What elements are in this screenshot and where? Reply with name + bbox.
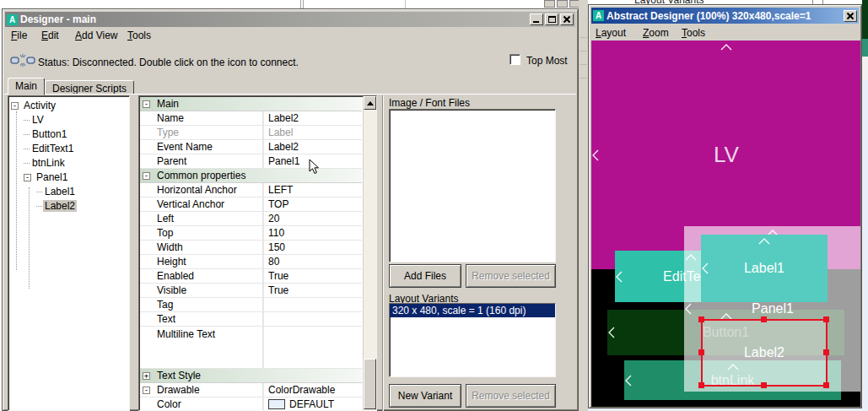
property-value[interactable] xyxy=(263,298,362,311)
tree-connector xyxy=(24,134,30,135)
selection-handle[interactable] xyxy=(823,316,829,322)
property-row-common-properties[interactable]: -Common properties xyxy=(140,169,362,183)
property-value[interactable]: DEFAULT xyxy=(263,397,362,411)
property-row-tag[interactable]: Tag xyxy=(140,298,362,312)
property-row-color[interactable]: ColorDEFAULT xyxy=(140,397,362,411)
menu-zoom[interactable]: Zoom xyxy=(643,27,669,39)
tree-item-btnlink[interactable]: btnLink xyxy=(24,156,67,170)
tab-designer-scripts[interactable]: Designer Scripts xyxy=(45,80,134,95)
property-value[interactable]: Label2 xyxy=(263,111,362,125)
property-row-vertical-anchor[interactable]: Vertical AnchorTOP xyxy=(140,197,362,212)
canvas-element-label1[interactable]: Label1 xyxy=(701,235,828,302)
menu-layout[interactable]: Layout xyxy=(596,27,626,39)
property-value[interactable]: True xyxy=(263,284,362,297)
scroll-thumb[interactable] xyxy=(364,359,376,409)
property-value[interactable]: True xyxy=(263,269,362,283)
tree-item-button1[interactable]: Button1 xyxy=(24,127,68,141)
new-variant-button[interactable]: New Variant xyxy=(389,384,461,408)
designer-titlebar[interactable]: A Designer - main xyxy=(5,12,575,27)
scroll-up-button[interactable] xyxy=(364,96,376,110)
property-row-visible[interactable]: VisibleTrue xyxy=(140,284,362,298)
property-value[interactable]: Label2 xyxy=(263,140,362,154)
property-row-parent[interactable]: ParentPanel1 xyxy=(140,154,362,169)
property-row-drawable[interactable]: -DrawableColorDrawable xyxy=(140,383,362,397)
menu-tools[interactable]: Tools xyxy=(127,30,151,41)
layout-canvas[interactable]: LVEditText1Button1btnLinkPanel1Label1Lab… xyxy=(591,41,860,407)
property-row-top[interactable]: Top110 xyxy=(140,226,362,241)
property-row-type[interactable]: TypeLabel xyxy=(140,126,362,140)
property-row-name[interactable]: NameLabel2 xyxy=(140,111,362,126)
property-value[interactable]: Label xyxy=(263,126,362,139)
property-row-horizontal-anchor[interactable]: Horizontal AnchorLEFT xyxy=(140,183,362,197)
property-expander-icon[interactable]: - xyxy=(143,100,150,108)
files-listbox[interactable] xyxy=(389,109,556,262)
property-value[interactable]: 110 xyxy=(263,226,362,240)
property-expander-icon[interactable]: + xyxy=(143,372,150,380)
menu-file[interactable]: File xyxy=(11,30,27,41)
tree-item-label2[interactable]: Label2 xyxy=(36,199,77,213)
minimize-button[interactable] xyxy=(530,14,543,25)
remove-files-button[interactable]: Remove selected xyxy=(466,264,556,288)
property-row-left[interactable]: Left20 xyxy=(140,212,362,226)
bg-grid-line xyxy=(303,0,304,8)
property-row-width[interactable]: Width150 xyxy=(140,241,362,255)
tree-item-lv[interactable]: LV xyxy=(24,113,46,127)
background-right-strip xyxy=(862,0,868,411)
tree-expander-icon[interactable]: - xyxy=(24,174,31,181)
remove-variant-button[interactable]: Remove selected xyxy=(466,384,556,408)
selection-handle[interactable] xyxy=(823,349,829,355)
abstract-titlebar[interactable]: A Abstract Designer (100%) 320x480,scale… xyxy=(591,8,859,24)
property-grid-scrollbar[interactable] xyxy=(363,96,376,410)
menu-add-view[interactable]: Add View xyxy=(75,30,118,41)
selection-handle[interactable] xyxy=(761,316,767,322)
canvas-element-label2[interactable]: Label2 xyxy=(701,319,828,387)
close-button[interactable] xyxy=(560,14,574,25)
tree-expander-icon[interactable]: - xyxy=(11,102,19,110)
maximize-icon xyxy=(548,16,556,23)
tree-item-activity[interactable]: -Activity xyxy=(11,99,57,112)
property-value[interactable]: 150 xyxy=(263,241,362,254)
property-row-height[interactable]: Height80 xyxy=(140,255,362,269)
selection-handle[interactable] xyxy=(698,382,704,388)
property-row-text[interactable]: Text xyxy=(140,312,362,327)
disconnected-link-icon[interactable] xyxy=(10,50,35,70)
property-value[interactable]: ColorDrawable xyxy=(263,383,362,397)
topmost-checkbox[interactable] xyxy=(509,54,520,65)
tree-connector xyxy=(24,163,30,164)
selection-handle[interactable] xyxy=(698,316,704,322)
selection-handle[interactable] xyxy=(761,382,767,388)
property-value[interactable]: LEFT xyxy=(263,183,362,197)
component-tree[interactable]: -ActivityLVButton1EditText1btnLink-Panel… xyxy=(8,95,130,411)
add-files-button[interactable]: Add Files xyxy=(389,264,461,288)
topmost-label: Top Most xyxy=(526,55,568,67)
maximize-button[interactable] xyxy=(545,14,558,25)
property-value[interactable] xyxy=(263,327,362,368)
property-row-text-style[interactable]: +Text Style xyxy=(140,369,362,383)
abstract-designer-window: A Abstract Designer (100%) 320x480,scale… xyxy=(588,4,862,408)
property-name: Name xyxy=(154,111,263,125)
property-value[interactable]: 20 xyxy=(263,212,362,225)
menu-tools[interactable]: Tools xyxy=(682,27,705,39)
tree-item-panel1[interactable]: -Panel1 xyxy=(24,170,69,184)
property-expander-icon[interactable]: - xyxy=(143,387,150,394)
selection-handle[interactable] xyxy=(823,382,829,388)
property-row-multiline-text[interactable]: Multiline Text xyxy=(140,327,362,369)
tab-main[interactable]: Main xyxy=(8,78,45,95)
property-value[interactable]: 80 xyxy=(263,255,362,268)
variants-listbox[interactable]: 320 x 480, scale = 1 (160 dpi) xyxy=(389,303,556,377)
property-row-event-name[interactable]: Event NameLabel2 xyxy=(140,140,362,154)
property-value[interactable] xyxy=(263,312,362,326)
property-row-enabled[interactable]: EnabledTrue xyxy=(140,269,362,284)
property-row-main[interactable]: -Main xyxy=(140,97,362,111)
selection-handle[interactable] xyxy=(698,349,704,355)
tree-item-label1[interactable]: Label1 xyxy=(36,185,77,198)
property-expander-icon[interactable]: - xyxy=(143,172,150,180)
property-value[interactable]: TOP xyxy=(263,197,362,211)
close-button[interactable] xyxy=(844,10,857,22)
menu-edit[interactable]: Edit xyxy=(41,30,59,41)
tree-item-edittext1[interactable]: EditText1 xyxy=(24,142,75,155)
property-grid[interactable]: -MainNameLabel2TypeLabelEvent NameLabel2… xyxy=(138,95,377,411)
window-title: Abstract Designer (100%) 320x480,scale=1 xyxy=(607,10,811,22)
variant-item[interactable]: 320 x 480, scale = 1 (160 dpi) xyxy=(390,304,555,317)
row-expander-cell xyxy=(140,312,154,326)
